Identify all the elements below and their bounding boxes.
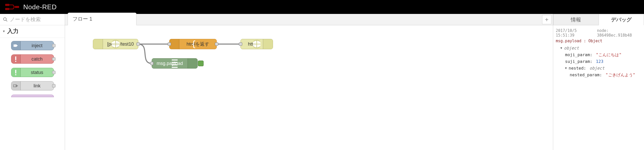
alert-icon — [11, 55, 21, 63]
port-icon — [52, 44, 55, 47]
port-icon — [52, 84, 55, 88]
palette-node-label: inject — [21, 43, 54, 48]
palette-node-label: status — [21, 70, 54, 75]
debug-field[interactable]: suji_param: 123 — [556, 58, 641, 65]
add-tab-button[interactable]: + — [542, 15, 551, 24]
debug-object-root[interactable]: ▼ object — [556, 45, 641, 52]
debug-msg-path: msg.payload : Object — [556, 39, 641, 43]
svg-rect-8 — [15, 61, 16, 62]
debug-field[interactable]: moji_param: "こんにちは" — [556, 52, 641, 58]
palette-panel: ▾ 入力 inject catch — [0, 14, 65, 150]
sidebar-tab-info[interactable]: 情報 — [553, 14, 599, 25]
svg-rect-11 — [13, 85, 16, 87]
svg-rect-1 — [5, 8, 9, 10]
flow-canvas[interactable]: [post] /test10 { htmlを返す http — [65, 25, 553, 150]
debug-node-link[interactable]: node: 386498ec.918b48 — [597, 28, 641, 38]
palette-node-partial[interactable] — [11, 95, 54, 97]
palette-node-list: inject catch status — [0, 38, 65, 97]
svg-point-4 — [4, 18, 6, 20]
sidebar-tab-bar: 情報 デバッグ — [553, 14, 644, 25]
wire — [138, 44, 152, 63]
palette-node-label: catch — [21, 56, 54, 62]
debug-message-meta: 2017/10/5 15:51:39 node: 386498ec.918b48 — [556, 28, 641, 38]
svg-rect-6 — [14, 45, 16, 47]
svg-text:{: { — [191, 39, 196, 49]
globe-icon — [93, 39, 103, 49]
app-header: Node-RED — [0, 0, 644, 14]
debug-icon — [188, 59, 197, 68]
svg-rect-10 — [15, 74, 16, 75]
palette-node-link[interactable]: link — [11, 81, 54, 90]
palette-node-inject[interactable]: inject — [11, 41, 54, 50]
plus-icon: + — [545, 16, 549, 23]
svg-rect-9 — [15, 70, 16, 73]
workspace: フロー 1 + [post] /test10 — [65, 14, 553, 150]
debug-output: 2017/10/5 15:51:39 node: 386498ec.918b48… — [553, 25, 644, 150]
port-icon — [52, 71, 55, 74]
app-title: Node-RED — [23, 3, 57, 11]
flow-node-http-out[interactable]: http — [240, 39, 273, 49]
output-port[interactable] — [136, 43, 140, 46]
caret-down-icon: ▼ — [560, 45, 564, 52]
search-icon — [3, 17, 8, 22]
debug-timestamp: 2017/10/5 15:51:39 — [556, 28, 594, 38]
palette-node-label: link — [21, 83, 54, 89]
sidebar-tab-debug[interactable]: デバッグ — [599, 14, 644, 25]
app-logo-icon — [5, 3, 20, 11]
palette-search-row — [0, 14, 65, 25]
palette-category-label: 入力 — [7, 27, 19, 35]
alert-icon — [11, 68, 21, 77]
svg-rect-7 — [15, 56, 16, 60]
debug-field[interactable]: nested_param: "ごきげんよう" — [556, 72, 641, 78]
workspace-tab[interactable]: フロー 1 — [68, 13, 136, 25]
port-icon — [52, 57, 55, 61]
debug-field-nested[interactable]: ▼ nested: object — [556, 65, 641, 72]
workspace-tab-label: フロー 1 — [73, 16, 92, 22]
chevron-down-icon: ▾ — [3, 29, 5, 33]
flow-node-debug[interactable]: msg.payload — [152, 58, 198, 69]
globe-icon — [263, 39, 273, 49]
inject-icon — [11, 41, 21, 50]
sidebar-tab-label: 情報 — [571, 16, 581, 23]
palette-node-status[interactable]: status — [11, 68, 54, 77]
palette-node-catch[interactable]: catch — [11, 54, 54, 64]
flow-node-http-in[interactable]: [post] /test10 — [93, 39, 138, 49]
svg-rect-0 — [5, 4, 9, 6]
workspace-tab-bar: フロー 1 + — [65, 14, 553, 25]
sidebar-panel: 情報 デバッグ 2017/10/5 15:51:39 node: 386498e… — [553, 14, 644, 150]
output-port[interactable] — [215, 43, 218, 46]
debug-toggle-button[interactable] — [198, 61, 204, 66]
link-icon — [11, 81, 21, 90]
caret-down-icon: ▼ — [565, 65, 568, 72]
svg-rect-2 — [15, 6, 19, 8]
palette-category-input[interactable]: ▾ 入力 — [0, 25, 65, 38]
sidebar-tab-label: デバッグ — [611, 16, 632, 23]
svg-line-5 — [6, 20, 7, 21]
input-port[interactable] — [168, 43, 171, 46]
flow-node-template[interactable]: { htmlを返す — [169, 39, 217, 49]
